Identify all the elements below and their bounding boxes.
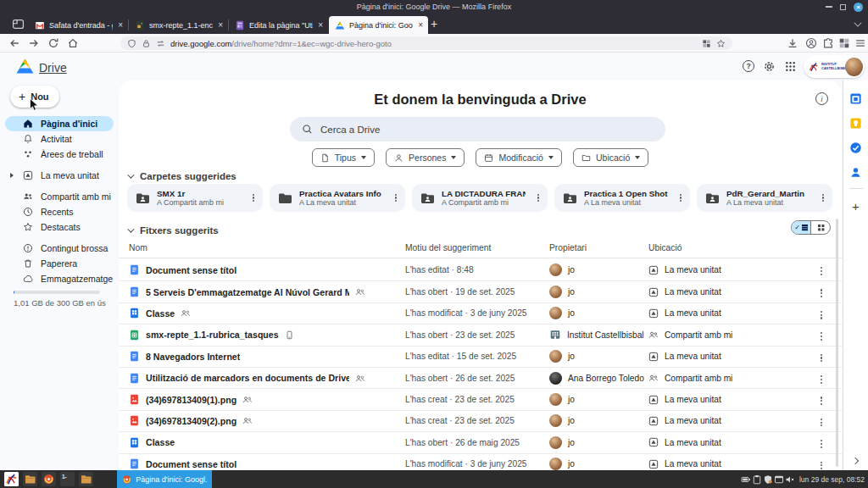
more-options-icon[interactable] (248, 191, 259, 205)
sidebar-item[interactable]: Destacats (5, 219, 114, 235)
filter-chip[interactable]: Tipus (312, 148, 375, 167)
sidebar-item[interactable]: Àrees de treball (5, 147, 114, 162)
file-name[interactable]: 8 Navegadors Internet (146, 352, 240, 362)
info-icon[interactable]: i (815, 92, 828, 105)
filter-chip[interactable]: Persones (386, 148, 465, 167)
taskbar-files-icon[interactable] (23, 472, 37, 486)
apps-grid-icon[interactable] (838, 37, 850, 49)
suggested-folder-card[interactable]: LA DICTADURA FRANQUISTA A Compartit amb … (412, 184, 548, 212)
url-bar[interactable]: drive.google.com/drive/home?dmr=1&ec=wgc… (120, 36, 732, 50)
grid-view-button[interactable] (811, 221, 830, 234)
browser-tab[interactable]: Safata d'entrada - gerard.m × (29, 16, 128, 34)
help-icon[interactable]: ? (743, 60, 754, 72)
forward-button[interactable] (28, 37, 40, 49)
tab-close-icon[interactable]: × (217, 20, 224, 30)
back-button[interactable] (8, 37, 20, 49)
more-options-icon[interactable] (815, 459, 827, 470)
clipboard-icon[interactable] (752, 474, 762, 485)
more-options-icon[interactable] (815, 286, 827, 300)
filter-chip[interactable]: Ubicació (573, 148, 648, 167)
file-row[interactable]: Utilització de marcadors en documents de… (119, 367, 842, 388)
google-apps-icon[interactable] (784, 60, 797, 73)
menu-icon[interactable] (854, 37, 866, 49)
file-name[interactable]: Document sense títol (146, 459, 236, 469)
side-panel-calendar-icon[interactable] (849, 92, 862, 105)
more-options-icon[interactable] (817, 191, 829, 205)
settings-gear-icon[interactable] (763, 60, 776, 73)
more-options-icon[interactable] (532, 191, 544, 205)
file-row[interactable]: (34)697813409(1).png L'has creat · 23 de… (119, 388, 842, 409)
sidebar-item[interactable]: La meva unitat (5, 168, 114, 183)
column-header-owner[interactable]: Propietari (549, 243, 587, 252)
file-row[interactable]: Classe L'has obert · 26 de maig 2025 jo … (119, 431, 842, 452)
reload-button[interactable] (47, 37, 59, 49)
more-options-icon[interactable] (815, 264, 827, 278)
sidebar-item[interactable]: Contingut brossa (5, 241, 114, 256)
side-panel-tasks-icon[interactable] (849, 141, 862, 154)
sidebar-item[interactable]: Pàgina d'inici (5, 116, 114, 131)
network-shield-icon[interactable] (763, 474, 773, 485)
taskbar-folder-icon[interactable] (79, 472, 93, 486)
firefox-view-icon[interactable] (12, 18, 25, 30)
close-button[interactable]: × (854, 3, 863, 12)
file-row[interactable]: 8 Navegadors Internet L'has editat · 15 … (119, 346, 842, 367)
suggested-folder-card[interactable]: SMX 1r A Compartit amb mi (127, 184, 263, 212)
browser-tab[interactable]: smx-repte_1.1-encàrrecs-gr × (129, 16, 228, 34)
extension-grid-icon[interactable] (702, 39, 711, 48)
new-tab-button[interactable]: + (431, 18, 437, 30)
list-view-button[interactable]: ✓ (792, 221, 811, 234)
list-all-tabs-icon[interactable] (854, 19, 861, 26)
sidebar-item[interactable]: Compartit amb mi (5, 189, 114, 204)
account-pill[interactable]: INSTITUT CASTELLBISBAL (804, 55, 865, 78)
sidebar-item[interactable]: Activitat (5, 131, 114, 147)
file-name[interactable]: Classe (146, 308, 175, 319)
side-panel-contacts-icon[interactable] (849, 166, 862, 179)
drive-logo-text[interactable]: Drive (39, 61, 67, 75)
more-options-icon[interactable] (815, 330, 827, 343)
file-name[interactable]: (34)697813409(1).png (146, 395, 236, 405)
more-options-icon[interactable] (675, 191, 687, 205)
sidebar-item[interactable]: Recents (5, 204, 114, 219)
file-row[interactable]: Classe L'has modificat · 3 de juny 2025 … (119, 302, 842, 324)
more-options-icon[interactable] (390, 191, 402, 205)
show-side-panel-icon[interactable] (852, 458, 859, 464)
taskbar-clock[interactable]: lun 29 de sep, 08:52 (799, 475, 865, 484)
file-row[interactable]: Document sense títol L'has editat · 8:48… (119, 259, 842, 280)
user-avatar[interactable] (845, 58, 863, 76)
column-header-location[interactable]: Ubicació (648, 243, 682, 252)
file-name[interactable]: smx-repte_1.1-rubrica_tasques (146, 330, 279, 340)
volume-muted-icon[interactable] (785, 474, 795, 485)
browser-tab[interactable]: Edita la pàgina "Utilització d × (229, 16, 328, 34)
taskbar-menu-button[interactable] (4, 472, 19, 486)
extensions-icon[interactable] (822, 37, 834, 49)
suggested-folder-card[interactable]: PdR_Gerard_Martin A La meva unitat (697, 184, 832, 212)
battery-icon[interactable] (741, 474, 751, 485)
sidebar-item[interactable]: Paperera (5, 256, 114, 271)
tab-close-icon[interactable]: × (317, 20, 324, 30)
minimize-button[interactable] (826, 6, 832, 8)
downloads-icon[interactable] (787, 37, 798, 49)
drive-logo-icon[interactable] (15, 58, 35, 75)
file-name[interactable]: Document sense títol (146, 265, 236, 275)
more-options-icon[interactable] (815, 416, 827, 430)
file-name[interactable]: Classe (146, 437, 175, 447)
get-addons-button[interactable]: + (843, 199, 868, 214)
suggested-folder-card[interactable]: Practica 1 Open Shot A La meva unitat (554, 184, 690, 212)
file-row[interactable]: smx-repte_1.1-rubrica_tasques L'has ober… (119, 324, 842, 345)
tracking-shield-icon[interactable] (127, 39, 136, 48)
file-row[interactable]: 5 Serveis D'emmagatzematge Al Núvol Gera… (119, 280, 842, 302)
home-button[interactable] (67, 37, 79, 49)
taskbar-active-window[interactable]: Pàgina d'inici: Googl... (117, 470, 212, 488)
column-header-reason[interactable]: Motiu del suggeriment (405, 243, 491, 252)
file-name[interactable]: Utilització de marcadors en documents de… (146, 373, 349, 383)
lock-icon[interactable] (142, 39, 151, 48)
suggested-folder-card[interactable]: Practica Avatars Info A La meva unitat (270, 184, 405, 212)
account-icon[interactable] (805, 37, 817, 49)
sidebar-item[interactable]: Emmagatzematge (5, 271, 114, 286)
more-options-icon[interactable] (815, 437, 827, 451)
side-panel-keep-icon[interactable] (849, 117, 862, 130)
taskbar-firefox-icon[interactable] (42, 472, 56, 486)
more-options-icon[interactable] (815, 308, 827, 322)
file-row[interactable]: (34)697813409(2).png L'has creat · 23 de… (119, 410, 842, 431)
maximize-button[interactable] (840, 4, 846, 10)
